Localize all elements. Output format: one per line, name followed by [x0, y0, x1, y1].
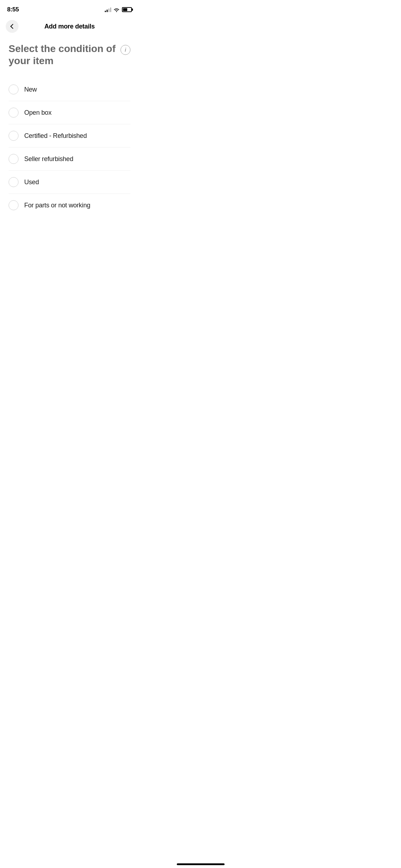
option-item-seller-refurbished[interactable]: Seller refurbished: [9, 148, 130, 171]
info-button[interactable]: i: [120, 45, 130, 55]
option-item-open-box[interactable]: Open box: [9, 101, 130, 124]
nav-bar: Add more details: [0, 17, 139, 37]
option-label-certified-refurbished: Certified - Refurbished: [24, 132, 87, 140]
section-title: Select the condition of your item: [9, 43, 120, 67]
option-item-used[interactable]: Used: [9, 171, 130, 194]
radio-used: [9, 177, 19, 187]
radio-open-box: [9, 108, 19, 118]
radio-for-parts: [9, 200, 19, 210]
radio-seller-refurbished: [9, 154, 19, 164]
battery-icon: [122, 7, 132, 12]
radio-certified-refurbished: [9, 131, 19, 141]
status-bar: 8:55: [0, 0, 139, 17]
section-header: Select the condition of your item i: [9, 43, 130, 67]
info-icon: i: [125, 47, 126, 53]
option-label-open-box: Open box: [24, 109, 51, 117]
status-icons: [105, 7, 132, 12]
option-label-used: Used: [24, 179, 39, 186]
option-item-for-parts[interactable]: For parts or not working: [9, 194, 130, 217]
wifi-icon: [113, 7, 120, 12]
option-item-new[interactable]: New: [9, 78, 130, 101]
option-item-certified-refurbished[interactable]: Certified - Refurbished: [9, 124, 130, 148]
signal-icon: [105, 7, 111, 12]
back-chevron-icon: [10, 24, 15, 29]
condition-options-list: NewOpen boxCertified - RefurbishedSeller…: [9, 78, 130, 217]
back-button[interactable]: [6, 20, 19, 33]
status-time: 8:55: [7, 6, 19, 13]
option-label-new: New: [24, 86, 37, 93]
nav-title: Add more details: [44, 23, 94, 30]
main-content: Select the condition of your item i NewO…: [0, 37, 139, 225]
option-label-for-parts: For parts or not working: [24, 202, 90, 209]
radio-new: [9, 84, 19, 94]
option-label-seller-refurbished: Seller refurbished: [24, 155, 73, 163]
